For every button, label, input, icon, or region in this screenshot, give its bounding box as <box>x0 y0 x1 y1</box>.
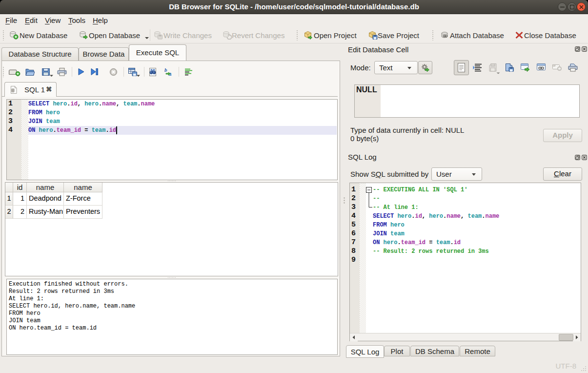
svg-text:b: b <box>164 67 167 73</box>
